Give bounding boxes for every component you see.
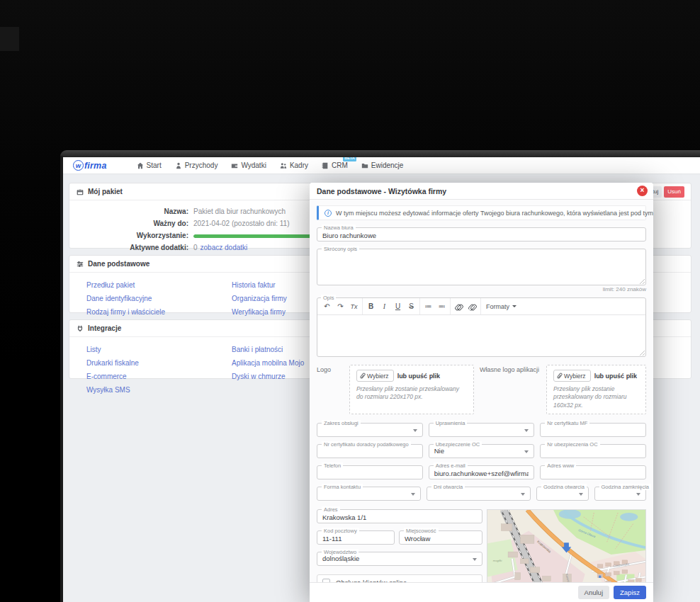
- numbered-list-icon[interactable]: ≕: [435, 300, 448, 313]
- nav-item-wydatki[interactable]: Wydatki: [231, 161, 266, 169]
- wfirma-logo-text: firma: [84, 161, 107, 171]
- dark-backdrop: wfirma Start Przychody Wydatki Kadry: [0, 0, 700, 602]
- skrocony-opis-textarea[interactable]: [317, 249, 645, 285]
- zobacz-dodatki-link[interactable]: zobacz dodatki: [201, 242, 248, 254]
- uprawnienia-select[interactable]: Uprawnienia: [429, 423, 535, 437]
- nazwa-biura-input[interactable]: [317, 229, 645, 242]
- nav-item-crm[interactable]: CRM BETA: [322, 161, 348, 169]
- app-window: wfirma Start Przychody Wydatki Kadry: [63, 157, 700, 602]
- paperclip-icon: [360, 373, 366, 379]
- pakiet-delete-button[interactable]: Usuń: [664, 186, 684, 198]
- logo-resize-note: Przesłany plik zostanie przeskalowany do…: [356, 385, 467, 402]
- miejscowosc-field[interactable]: Miejscowość: [399, 530, 482, 545]
- dni-otwarcia-select[interactable]: Dni otwarcia: [427, 487, 531, 501]
- nav-item-start[interactable]: Start: [137, 161, 162, 169]
- link-aplikacja-mojo[interactable]: Aplikacja mobilna Mojo: [232, 359, 304, 367]
- cert-doradcy-input[interactable]: [317, 446, 422, 459]
- www-input[interactable]: [541, 467, 645, 480]
- map[interactable]: Krakowska Opolska Górna Oława Karwińska …: [487, 509, 646, 582]
- skrocony-opis-field[interactable]: Skrócony opis: [317, 249, 646, 285]
- wizytowka-modal: Dane podstawowe - Wizytówka firmy × i W …: [310, 183, 653, 602]
- link-wysylka-sms[interactable]: Wysyłka SMS: [86, 386, 130, 394]
- sliders-icon: [77, 261, 84, 268]
- nazwa-biura-field[interactable]: Nazwa biura: [317, 227, 646, 242]
- italic-icon[interactable]: I: [378, 300, 391, 313]
- unlink-icon[interactable]: [465, 300, 479, 313]
- link-listy[interactable]: Listy: [86, 346, 101, 353]
- miejscowosc-input[interactable]: [400, 533, 482, 545]
- telefon-field[interactable]: Telefon: [317, 465, 423, 479]
- cancel-button[interactable]: Anuluj: [578, 586, 609, 599]
- underline-icon[interactable]: U: [391, 300, 405, 313]
- clear-format-icon[interactable]: Tx: [347, 300, 361, 313]
- editor-content-area[interactable]: [317, 315, 645, 356]
- logo-choose-button[interactable]: Wybierz: [356, 370, 394, 382]
- wfirma-logo[interactable]: wfirma: [73, 160, 107, 171]
- bold-icon[interactable]: B: [364, 300, 378, 313]
- card-title: Mój pakiet: [88, 188, 123, 195]
- formats-dropdown[interactable]: Formaty: [482, 300, 520, 313]
- adres-input[interactable]: [317, 511, 482, 524]
- nav-item-przychody[interactable]: Przychody: [175, 161, 218, 169]
- link-historia-faktur[interactable]: Historia faktur: [232, 281, 276, 289]
- wallet-icon: [231, 162, 238, 169]
- chevron-down-icon: [579, 493, 583, 496]
- laptop-screen: wfirma Start Przychody Wydatki Kadry: [60, 150, 700, 602]
- email-input[interactable]: [429, 467, 534, 480]
- wojewodztwo-select[interactable]: Województwo dolnośląskie: [317, 552, 482, 566]
- modal-body: i W tym miejscu możesz edytować informac…: [310, 200, 653, 582]
- redo-icon[interactable]: ↷: [334, 300, 347, 313]
- zakres-obslugi-select[interactable]: Zakres obsługi: [317, 423, 423, 437]
- map-label-area: mogiłki: [493, 559, 502, 562]
- package-icon: [77, 188, 84, 195]
- link-rodzaj-firmy[interactable]: Rodzaj firmy i właściciele: [86, 308, 165, 316]
- www-field[interactable]: Adres www: [540, 465, 646, 479]
- link-dane-identyfikacyjne[interactable]: Dane identyfikacyjne: [86, 295, 152, 302]
- strikethrough-icon[interactable]: S: [405, 300, 418, 313]
- nr-oc-input[interactable]: [541, 446, 645, 459]
- nav-item-kadry[interactable]: Kadry: [280, 161, 308, 169]
- link-banki-platnosci[interactable]: Banki i płatności: [232, 346, 283, 353]
- link-drukarki-fiskalne[interactable]: Drukarki fiskalne: [86, 359, 139, 367]
- chevron-down-icon: [413, 429, 417, 432]
- save-button[interactable]: Zapisz: [614, 586, 646, 599]
- cert-mf-field[interactable]: Nr certyfikatu MF: [540, 423, 646, 437]
- info-icon: i: [324, 210, 332, 217]
- close-icon[interactable]: ×: [637, 186, 648, 196]
- forma-kontaktu-select[interactable]: Forma kontaktu: [317, 487, 421, 501]
- kod-pocztowy-field[interactable]: Kod pocztowy: [317, 530, 395, 545]
- link-weryfikacja-firmy[interactable]: Weryfikacja firmy: [232, 308, 286, 316]
- wfirma-logo-circle: w: [73, 160, 84, 171]
- opis-rich-editor[interactable]: ↶ ↷ Tx B I U S: [317, 297, 646, 357]
- adres-field[interactable]: Adres: [317, 509, 482, 523]
- app-logo-resize-note: Przesłany plik zostanie przeskalowany do…: [553, 385, 639, 409]
- card-title: Dane podstawowe: [88, 260, 149, 268]
- link-ecommerce[interactable]: E-commerce: [86, 373, 127, 380]
- ubezpieczenie-oc-select[interactable]: Ubezpieczenie OC Nie: [429, 444, 535, 458]
- folder-icon: [361, 162, 368, 169]
- cert-mf-input[interactable]: [541, 425, 645, 438]
- kod-pocztowy-input[interactable]: [317, 533, 394, 545]
- nr-oc-field[interactable]: Nr ubezpieczenia OC: [540, 444, 646, 458]
- app-logo-choose-button[interactable]: Wybierz: [553, 370, 591, 382]
- godzina-otwarcia-select[interactable]: Godzina otwarcia: [536, 487, 589, 501]
- chevron-down-icon: [636, 493, 640, 496]
- link-icon[interactable]: [452, 300, 465, 313]
- info-banner: i W tym miejscu możesz edytować informac…: [317, 205, 646, 220]
- email-field[interactable]: Adres e-mail: [429, 465, 535, 479]
- undo-icon[interactable]: ↶: [320, 300, 334, 313]
- editor-resize-handle[interactable]: [640, 351, 645, 356]
- app-logo-dropzone[interactable]: Wybierz lub upuść plik Przesłany plik zo…: [546, 365, 646, 414]
- logo-dropzone[interactable]: Wybierz lub upuść plik Przesłany plik zo…: [349, 365, 474, 414]
- bullet-list-icon[interactable]: ≔: [422, 300, 435, 313]
- laptop-bezel-top: [60, 150, 700, 157]
- cert-doradcy-field[interactable]: Nr certyfikatu doradcy podatkowego: [317, 444, 423, 458]
- app-logo-label: Własne logo aplikacji: [480, 365, 541, 414]
- link-przedluz-pakiet[interactable]: Przedłuż pakiet: [86, 281, 135, 289]
- resize-handle[interactable]: [640, 279, 645, 284]
- nav-item-ewidencje[interactable]: Ewidencje: [361, 161, 404, 169]
- link-organizacja-firmy[interactable]: Organizacja firmy: [232, 295, 287, 302]
- godzina-zamkniecia-select[interactable]: Godzina zamknięcia: [594, 487, 647, 501]
- link-dyski-chmura[interactable]: Dyski w chmurze: [232, 373, 286, 380]
- telefon-input[interactable]: [317, 467, 422, 480]
